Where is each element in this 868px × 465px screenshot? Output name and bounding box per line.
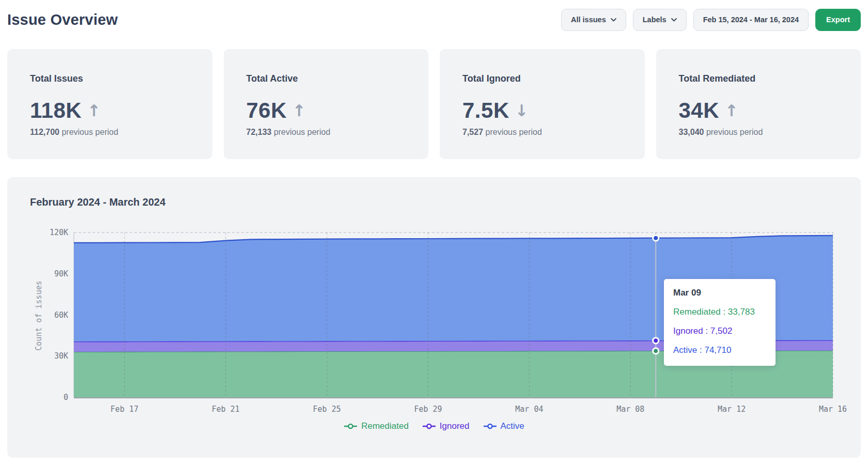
- stat-card-total-ignored: Total Ignored 7.5K ↓ 7,527 previous peri…: [440, 49, 645, 159]
- svg-text:120K: 120K: [50, 228, 68, 237]
- previous-period-text: 7,527 previous period: [462, 128, 622, 137]
- tooltip-remediated-value: Remediated : 33,783: [673, 307, 766, 317]
- labels-filter-dropdown[interactable]: Labels: [633, 9, 687, 31]
- legend-label: Remediated: [361, 421, 409, 431]
- svg-text:Mar 16: Mar 16: [819, 405, 847, 414]
- stat-card-total-issues: Total Issues 118K ↑ 112,700 previous per…: [7, 49, 212, 159]
- svg-text:60K: 60K: [54, 311, 68, 320]
- date-range-label: Feb 15, 2024 - Mar 16, 2024: [703, 16, 799, 24]
- stat-card-value: 76K: [246, 98, 287, 123]
- legend-item-active[interactable]: Active: [483, 421, 524, 431]
- header: Issue Overview All issues Labels Feb 15,…: [7, 8, 861, 32]
- legend-item-remediated[interactable]: Remediated: [344, 421, 409, 431]
- stat-card-value: 34K: [679, 98, 720, 123]
- svg-text:Feb 25: Feb 25: [313, 405, 341, 414]
- header-controls: All issues Labels Feb 15, 2024 - Mar 16,…: [561, 9, 861, 31]
- tooltip-ignored-value: Ignored : 7,502: [673, 326, 766, 336]
- chevron-down-icon: [611, 18, 616, 22]
- svg-text:Feb 21: Feb 21: [212, 405, 240, 414]
- chart-tooltip: Mar 09 Remediated : 33,783 Ignored : 7,5…: [664, 279, 776, 366]
- chevron-down-icon: [671, 18, 677, 22]
- svg-text:Feb 29: Feb 29: [414, 405, 442, 414]
- legend-item-ignored[interactable]: Ignored: [422, 421, 470, 431]
- export-button[interactable]: Export: [815, 9, 861, 31]
- legend-label: Ignored: [440, 421, 470, 431]
- svg-text:0: 0: [64, 393, 68, 402]
- stat-card-title: Total Active: [246, 73, 406, 84]
- svg-text:Mar 04: Mar 04: [515, 405, 543, 414]
- stat-card-title: Total Remediated: [679, 73, 839, 84]
- previous-period-text: 72,133 previous period: [246, 128, 406, 137]
- stat-card-value: 7.5K: [462, 98, 509, 123]
- svg-text:Mar 08: Mar 08: [616, 405, 644, 414]
- y-axis-label: Count of issues: [34, 281, 43, 350]
- svg-text:Mar 12: Mar 12: [718, 405, 746, 414]
- stat-card-value: 118K: [30, 98, 82, 123]
- trend-up-icon: ↑: [292, 103, 306, 119]
- tooltip-date: Mar 09: [673, 288, 766, 298]
- labels-filter-label: Labels: [643, 16, 667, 24]
- chart-legend: Remediated Ignored Active: [7, 421, 861, 431]
- trend-down-icon: ↓: [515, 103, 529, 119]
- date-range-picker[interactable]: Feb 15, 2024 - Mar 16, 2024: [693, 9, 809, 31]
- chart-panel: February 2024 - March 2024 Count of issu…: [7, 177, 861, 458]
- svg-text:Feb 17: Feb 17: [111, 405, 138, 414]
- previous-period-text: 112,700 previous period: [30, 128, 190, 137]
- svg-text:90K: 90K: [54, 269, 68, 278]
- svg-text:30K: 30K: [54, 351, 68, 361]
- stat-card-total-remediated: Total Remediated 34K ↑ 33,040 previous p…: [656, 49, 861, 159]
- legend-marker-active-icon: [483, 423, 497, 429]
- legend-marker-ignored-icon: [422, 423, 436, 429]
- tooltip-active-value: Active : 74,710: [673, 345, 766, 355]
- stat-card-total-active: Total Active 76K ↑ 72,133 previous perio…: [224, 49, 429, 159]
- issues-filter-label: All issues: [571, 16, 606, 24]
- legend-label: Active: [501, 421, 524, 431]
- previous-period-text: 33,040 previous period: [679, 128, 839, 137]
- stat-card-title: Total Issues: [30, 73, 190, 84]
- page-title: Issue Overview: [7, 11, 118, 28]
- trend-up-icon: ↑: [87, 103, 101, 119]
- chart-title: February 2024 - March 2024: [7, 177, 861, 208]
- legend-marker-remediated-icon: [344, 423, 358, 429]
- trend-up-icon: ↑: [725, 103, 738, 119]
- stat-cards-row: Total Issues 118K ↑ 112,700 previous per…: [7, 49, 861, 159]
- stat-card-title: Total Ignored: [462, 73, 622, 84]
- issues-filter-dropdown[interactable]: All issues: [561, 9, 626, 31]
